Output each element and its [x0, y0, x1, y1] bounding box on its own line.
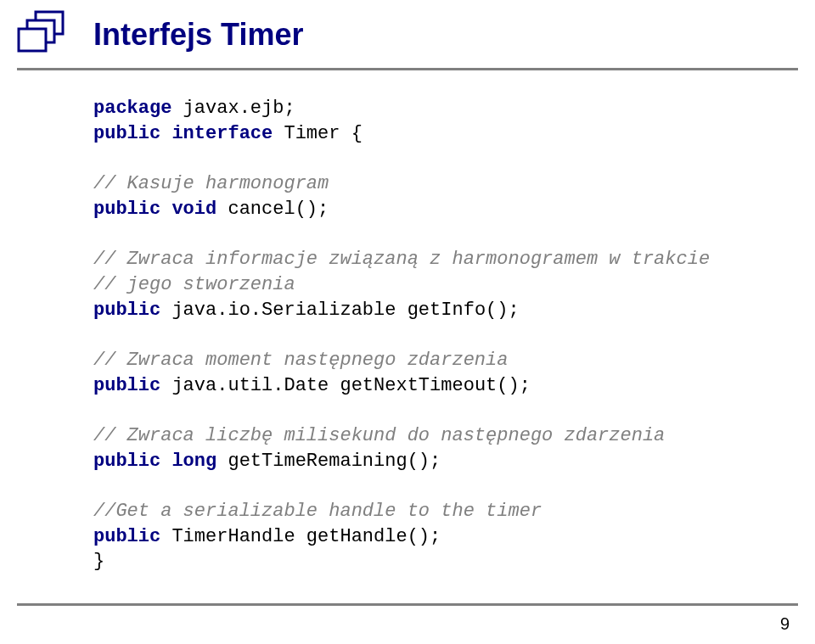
slide-title: Interfejs Timer	[93, 17, 815, 63]
code-text: Timer {	[273, 123, 363, 144]
code-keyword: public long	[93, 451, 216, 472]
code-comment: // Zwraca moment następnego zdarzenia	[93, 350, 508, 371]
footer-underline	[17, 603, 798, 606]
code-text: getTimeRemaining();	[216, 451, 441, 472]
code-text: cancel();	[216, 199, 329, 220]
code-comment: //Get a serializable handle to the timer	[93, 501, 542, 522]
code-text: }	[93, 551, 104, 572]
code-keyword: public	[93, 526, 160, 547]
code-keyword: public	[93, 375, 160, 396]
svg-rect-2	[19, 29, 46, 51]
code-comment: // Kasuje harmonogram	[93, 173, 329, 194]
code-text: TimerHandle getHandle();	[160, 526, 441, 547]
code-keyword: public interface	[93, 123, 273, 144]
code-keyword: public void	[93, 199, 216, 220]
code-comment: // Zwraca liczbę milisekund do następneg…	[93, 425, 665, 446]
code-comment: // jego stworzenia	[93, 274, 295, 295]
code-text: java.io.Serializable getInfo();	[160, 300, 519, 321]
slide-logo-icon	[17, 8, 75, 59]
code-text: javax.ejb;	[171, 98, 295, 119]
code-block: package javax.ejb; public interface Time…	[0, 70, 815, 574]
code-text: java.util.Date getNextTimeout();	[160, 375, 531, 396]
code-comment: // Zwraca informacje związaną z harmonog…	[93, 249, 710, 270]
page-number: 9	[780, 614, 790, 634]
slide-header: Interfejs Timer	[0, 0, 815, 63]
code-keyword: package	[93, 98, 171, 119]
code-keyword: public	[93, 300, 160, 321]
